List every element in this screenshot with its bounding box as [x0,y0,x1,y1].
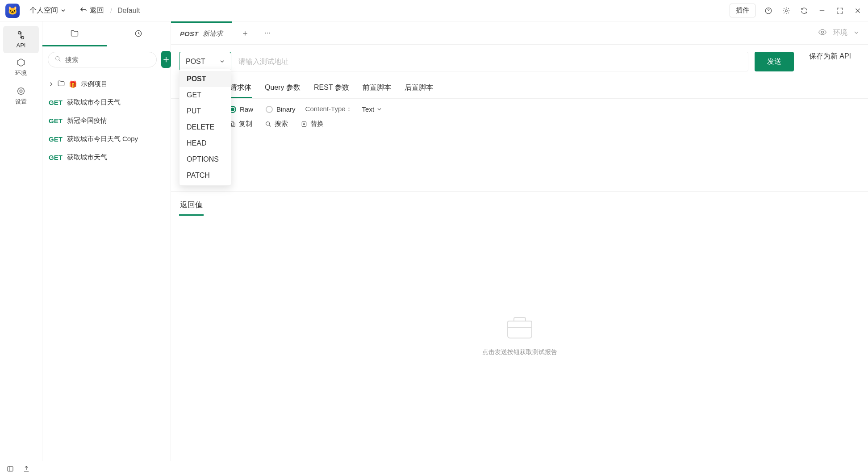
tool-replace[interactable]: 替换 [300,120,324,128]
subtab-query[interactable]: Query 参数 [264,79,301,98]
rail-settings[interactable]: 设置 [3,82,39,110]
tree-item[interactable]: GET 新冠全国疫情 [46,112,167,130]
inbox-icon [507,321,532,338]
tab-title: 新请求 [203,29,223,38]
back-label: 返回 [90,6,104,15]
folder-icon [57,79,65,89]
url-input[interactable] [231,52,748,71]
content: POST 新请求 ＋ ⋯ 环境 POST [171,21,868,461]
maximize-icon[interactable] [835,6,845,16]
tree-item[interactable]: GET 获取城市今日天气 Copy [46,130,167,148]
tool-search[interactable]: 搜索 [265,120,288,128]
method-option-head[interactable]: HEAD [179,135,231,151]
rail-env-label: 环境 [15,69,27,77]
tree-folder[interactable]: 🎁 示例项目 [46,75,167,93]
search-input-wrapper[interactable] [48,52,157,67]
nav-rail: API 环境 设置 [0,21,42,461]
svg-line-7 [59,60,60,61]
item-label: 新冠全国疫情 [67,117,107,125]
request-tab[interactable]: POST 新请求 [171,21,232,44]
refresh-icon[interactable] [799,6,809,16]
radio-raw[interactable]: Raw [229,105,253,113]
environment-selector[interactable]: 环境 [783,28,868,38]
back-button[interactable]: 返回 [80,6,104,15]
app-logo: 🐱 [5,4,20,18]
panel-left-icon[interactable] [5,464,15,474]
subtab-postscript[interactable]: 后置脚本 [404,79,434,98]
radio-binary[interactable]: Binary [266,105,296,113]
close-icon[interactable] [853,6,863,16]
sidebar-tab-history[interactable] [107,21,171,46]
breadcrumb-current[interactable]: Default [117,7,140,15]
method-tag: GET [49,135,63,143]
minimize-icon[interactable] [817,6,827,16]
chevron-down-icon [377,105,382,113]
item-label: 获取城市今日天气 Copy [67,135,138,143]
method-option-patch[interactable]: PATCH [179,167,231,184]
breadcrumb-sep: / [110,7,112,14]
folder-name: 示例项目 [81,80,108,88]
topbar: 🐱 个人空间 返回 / Default 插件 [0,0,868,21]
item-label: 获取城市今日天气 [67,98,121,107]
add-button[interactable]: ＋ [161,51,171,68]
subtab-rest[interactable]: REST 参数 [313,79,350,98]
subtab-body[interactable]: 请求体 [229,79,252,98]
tree-item[interactable]: GET 获取城市天气 [46,148,167,167]
rail-settings-label: 设置 [15,98,27,106]
request-body-editor[interactable] [171,134,868,192]
method-option-options[interactable]: OPTIONS [179,151,231,167]
chevron-right-icon [49,80,54,88]
method-dropdown: POST GET PUT DELETE HEAD OPTIONS PATCH [179,69,231,186]
rail-env[interactable]: 环境 [3,53,39,82]
gear-icon[interactable] [781,6,791,16]
upload-icon[interactable] [21,464,31,474]
chevron-down-icon [854,29,859,37]
svg-point-6 [56,56,59,60]
radio-binary-label: Binary [276,105,296,113]
response-tab[interactable]: 返回值 [179,195,204,216]
svg-point-4 [18,88,25,95]
env-label: 环境 [833,28,847,38]
method-tag: GET [49,99,63,106]
workspace-selector[interactable]: 个人空间 [29,6,66,15]
sidebar-tab-folder[interactable] [42,21,107,46]
tool-replace-label: 替换 [310,120,324,128]
response-empty-state: 点击发送按钮获取测试报告 [171,216,868,461]
rail-api[interactable]: API [3,26,39,53]
content-type-label: Content-Type： [305,105,352,113]
save-as-button[interactable]: 保存为新 API [800,52,860,71]
eye-icon [818,28,827,38]
rail-api-label: API [17,42,26,49]
search-input[interactable] [65,56,150,63]
item-label: 获取城市天气 [67,153,107,162]
help-icon[interactable] [764,6,773,16]
tab-more-button[interactable]: ⋯ [258,29,277,37]
subtab-prescript[interactable]: 前置脚本 [362,79,392,98]
svg-rect-9 [231,123,235,126]
plugin-button[interactable]: 插件 [730,4,755,17]
svg-rect-13 [302,121,306,126]
tree-item[interactable]: GET 获取城市今日天气 [46,93,167,112]
tab-add-button[interactable]: ＋ [232,28,258,38]
empty-text: 点击发送按钮获取测试报告 [482,348,557,356]
svg-point-1 [785,9,788,12]
folder-emoji: 🎁 [69,80,77,88]
send-button[interactable]: 发送 [755,52,794,71]
method-option-post[interactable]: POST [179,71,231,87]
method-option-put[interactable]: PUT [179,103,231,119]
undo-icon [80,6,87,15]
sidebar: ＋ 🎁 示例项目 GET 获取城市今日天气 [42,21,171,461]
tool-copy[interactable]: 复制 [229,120,252,128]
content-type-select[interactable]: Text [362,105,382,113]
tool-copy-label: 复制 [239,120,252,128]
radio-raw-label: Raw [240,105,253,113]
tab-method: POST [180,30,198,38]
svg-line-12 [269,125,271,126]
method-value: POST [186,58,205,66]
method-tag: GET [49,117,63,125]
method-tag: GET [49,154,63,161]
chevron-down-icon [220,58,225,66]
method-option-get[interactable]: GET [179,87,231,103]
method-option-delete[interactable]: DELETE [179,119,231,135]
svg-point-3 [20,90,22,92]
